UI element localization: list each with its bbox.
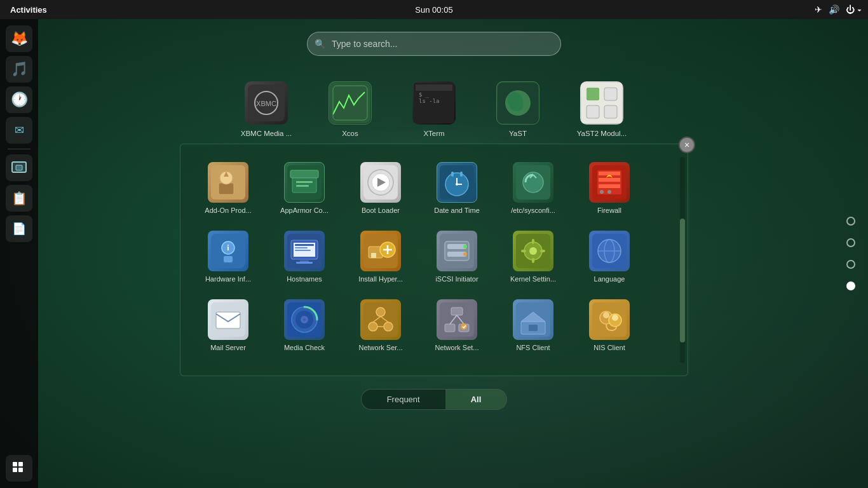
popup-scrollbar-track[interactable] <box>680 157 685 363</box>
activities-button[interactable]: Activities <box>6 5 51 15</box>
app-item-installhyp[interactable]: Install Hyper... <box>346 226 416 288</box>
popup-close-button[interactable]: × <box>679 137 695 153</box>
svg-rect-23 <box>587 88 599 100</box>
sidebar-show-apps-button[interactable] <box>6 455 32 482</box>
app-item-iscsi[interactable]: iSCSI Initiator <box>422 226 492 288</box>
sound-icon[interactable]: 🔊 <box>829 4 839 15</box>
kernel-label: Kernel Settin... <box>510 275 556 283</box>
svg-rect-32 <box>290 170 318 178</box>
networksrv-icon <box>360 299 401 340</box>
svg-point-51 <box>607 190 611 194</box>
app-item-xterm[interactable]: $ _ ls -la XTerm <box>396 75 472 144</box>
nisclient-icon <box>589 299 630 340</box>
app-item-apparmor[interactable]: AppArmor Co... <box>269 157 339 219</box>
sidebar-item-notes[interactable]: 📋 <box>6 185 32 212</box>
svg-rect-79 <box>521 250 526 252</box>
sidebar-item-screenshot[interactable] <box>6 154 32 181</box>
sidebar-item-email[interactable]: ✉ <box>6 117 32 144</box>
svg-point-76 <box>529 247 537 255</box>
tab-all[interactable]: All <box>445 390 507 409</box>
app-item-language[interactable]: Language <box>574 226 644 288</box>
hwinfo-icon: i <box>208 231 248 271</box>
dot-3[interactable] <box>846 260 855 269</box>
app-item-etcsysconf[interactable]: /etc/sysconfi... <box>498 157 568 219</box>
xcos-icon <box>329 81 372 125</box>
app-item-xcos[interactable]: Xcos <box>312 75 388 144</box>
yast2-icon <box>580 81 623 125</box>
sidebar-item-firefox[interactable]: 🦊 <box>6 25 32 52</box>
svg-rect-48 <box>599 178 620 182</box>
dot-1[interactable] <box>846 217 855 226</box>
svg-rect-101 <box>451 308 463 315</box>
search-input[interactable] <box>307 32 561 56</box>
popup-row-3: Mail Server Media Check <box>193 294 675 356</box>
svg-rect-12 <box>416 85 452 91</box>
power-icon[interactable]: ⏻ ▾ <box>846 4 862 15</box>
sidebar-item-rhythmbox[interactable]: 🎵 <box>6 56 32 83</box>
svg-point-73 <box>463 252 467 256</box>
sidebar-item-doc[interactable]: 📄 <box>6 215 32 242</box>
svg-point-106 <box>461 323 467 330</box>
iscsi-icon <box>437 231 477 271</box>
popup-row-1: Add-On Prod... AppArmor Co... <box>193 157 675 219</box>
hwinfo-label: Hardware Inf... <box>205 275 251 283</box>
popup-row-2: i Hardware Inf... <box>193 226 675 288</box>
apparmor-label: AppArmor Co... <box>280 207 329 214</box>
addon-label: Add-On Prod... <box>205 207 251 214</box>
dot-2[interactable] <box>846 238 855 247</box>
app-item-nisclient[interactable]: NIS Client <box>574 294 644 356</box>
airplane-mode-icon[interactable]: ✈ <box>815 4 822 15</box>
app-item-firewall[interactable]: Firewall <box>574 157 644 219</box>
svg-point-50 <box>600 190 604 194</box>
firewall-label: Firewall <box>597 207 621 214</box>
app-item-networkset[interactable]: Network Set... <box>422 294 492 356</box>
app-item-hostnames[interactable]: Hostnames <box>269 226 339 288</box>
svg-rect-55 <box>224 256 233 262</box>
app-item-networksrv[interactable]: Network Ser... <box>346 294 416 356</box>
app-item-mailserver[interactable]: Mail Server <box>193 294 263 356</box>
svg-rect-20 <box>604 88 617 100</box>
app-item-addon[interactable]: Add-On Prod... <box>193 157 263 219</box>
app-item-kernel[interactable]: Kernel Settin... <box>498 226 568 288</box>
svg-point-42 <box>456 183 458 186</box>
datetime-icon <box>437 162 477 203</box>
svg-rect-49 <box>599 184 620 188</box>
mailserver-label: Mail Server <box>210 344 246 351</box>
svg-rect-38 <box>451 172 454 177</box>
svg-rect-63 <box>296 262 313 264</box>
apparmor-icon <box>284 162 325 203</box>
app-item-yast2[interactable]: YaST2 Modul... <box>564 75 640 144</box>
svg-rect-9 <box>330 83 370 123</box>
svg-point-112 <box>603 312 609 318</box>
datetime-label: Date and Time <box>434 207 480 214</box>
app-item-yast[interactable]: YaST <box>480 75 556 144</box>
xbmc-label: XBMC Media ... <box>241 130 292 137</box>
app-item-hwinfo[interactable]: i Hardware Inf... <box>193 226 263 288</box>
tab-frequent[interactable]: Frequent <box>362 390 445 409</box>
sidebar-item-time[interactable]: 🕐 <box>6 86 32 113</box>
mediacheck-icon <box>284 299 325 340</box>
yast-label: YaST <box>509 130 527 137</box>
svg-rect-30 <box>296 181 313 183</box>
svg-rect-39 <box>460 172 463 177</box>
app-item-nfsclient[interactable]: NFS Client <box>498 294 568 356</box>
app-item-mediacheck[interactable]: Media Check <box>269 294 339 356</box>
networkset-icon <box>437 299 477 340</box>
top-apps-row: XBMC XBMC Media ... Xcos $ _ <box>228 75 640 144</box>
nfsclient-label: NFS Client <box>516 344 550 351</box>
addon-icon <box>208 162 248 203</box>
mailserver-icon <box>208 299 248 340</box>
popup-scrollbar-thumb[interactable] <box>680 219 685 342</box>
svg-text:XBMC: XBMC <box>256 100 276 107</box>
svg-rect-4 <box>13 468 17 472</box>
app-item-xbmc[interactable]: XBMC XBMC Media ... <box>228 75 304 144</box>
app-item-datetime[interactable]: Date and Time <box>422 157 492 219</box>
main-background: 🦊 🎵 🕐 ✉ 📋 📄 🔍 <box>0 19 868 488</box>
topbar-right-icons: ✈ 🔊 ⏻ ▾ <box>815 4 862 15</box>
svg-rect-5 <box>18 468 23 472</box>
svg-rect-80 <box>540 250 545 252</box>
dot-4[interactable] <box>846 281 855 290</box>
app-item-bootloader[interactable]: Boot Loader <box>346 157 416 219</box>
search-container: 🔍 <box>307 32 561 56</box>
svg-rect-59 <box>295 244 314 246</box>
